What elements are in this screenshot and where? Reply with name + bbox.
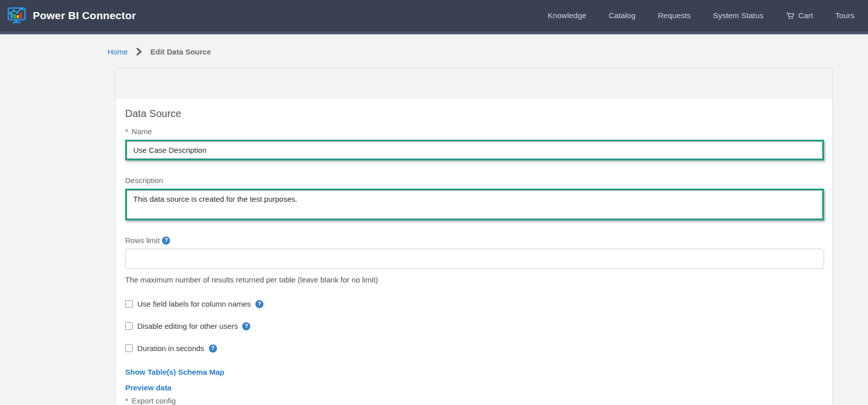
checkbox-row-duration-seconds[interactable]: Duration in seconds ? xyxy=(125,344,823,353)
description-label: Description xyxy=(125,176,823,185)
checkbox-label: Use field labels for column names xyxy=(137,300,251,308)
data-source-form: Data Source * Name Description This data… xyxy=(116,98,832,405)
breadcrumb-home-link[interactable]: Home xyxy=(107,47,128,56)
nav-item-system-status[interactable]: System Status xyxy=(713,11,764,20)
checkbox-row-disable-editing[interactable]: Disable editing for other users ? xyxy=(125,322,823,330)
name-field-highlight xyxy=(125,140,824,160)
question-circle-icon[interactable]: ? xyxy=(162,237,170,245)
description-textarea[interactable]: This data source is created for the test… xyxy=(127,190,823,219)
question-circle-icon[interactable]: ? xyxy=(242,322,250,330)
required-asterisk: * xyxy=(125,127,128,136)
checkbox-label: Disable editing for other users xyxy=(137,322,238,330)
use-field-labels-checkbox[interactable] xyxy=(125,300,133,308)
breadcrumb-current: Edit Data Source xyxy=(150,47,211,56)
duration-seconds-checkbox[interactable] xyxy=(125,344,133,352)
navbar-links: Knowledge Catalog Requests System Status… xyxy=(548,11,854,21)
nav-item-tours[interactable]: Tours xyxy=(835,11,854,20)
form-title: Data Source xyxy=(125,108,823,120)
app-logo-icon xyxy=(7,7,26,25)
app-brand[interactable]: Power BI Connector xyxy=(7,7,136,25)
rows-limit-input[interactable] xyxy=(125,249,824,269)
checkbox-row-field-labels[interactable]: Use field labels for column names ? xyxy=(125,300,823,308)
rows-limit-label: Rows limit ? xyxy=(125,236,823,245)
disable-editing-checkbox[interactable] xyxy=(125,322,133,330)
question-circle-icon[interactable]: ? xyxy=(209,344,217,353)
required-asterisk: * xyxy=(125,396,128,405)
nav-item-knowledge[interactable]: Knowledge xyxy=(548,11,586,20)
app-title: Power BI Connector xyxy=(33,10,136,22)
cart-icon xyxy=(786,11,795,21)
chevron-right-icon xyxy=(136,48,142,55)
panel-toolbar xyxy=(116,68,832,98)
export-config-label: * Export config xyxy=(125,396,823,405)
cart-label: Cart xyxy=(798,11,813,20)
data-source-panel: Data Source * Name Description This data… xyxy=(115,68,833,405)
breadcrumb: Home Edit Data Source xyxy=(107,47,868,56)
nav-item-cart[interactable]: Cart xyxy=(786,11,813,21)
name-input[interactable] xyxy=(127,141,823,159)
rows-limit-helper-text: The maximum number of results returned p… xyxy=(125,275,823,284)
show-schema-map-link[interactable]: Show Table(s) Schema Map xyxy=(125,368,224,376)
name-label: * Name xyxy=(125,127,823,136)
checkbox-label: Duration in seconds xyxy=(137,344,204,353)
description-field-highlight: This data source is created for the test… xyxy=(125,189,824,220)
nav-item-requests[interactable]: Requests xyxy=(658,11,690,20)
preview-data-link[interactable]: Preview data xyxy=(125,383,172,392)
question-circle-icon[interactable]: ? xyxy=(255,300,263,308)
top-navbar: Power BI Connector Knowledge Catalog Req… xyxy=(0,0,868,34)
nav-item-catalog[interactable]: Catalog xyxy=(609,11,635,20)
